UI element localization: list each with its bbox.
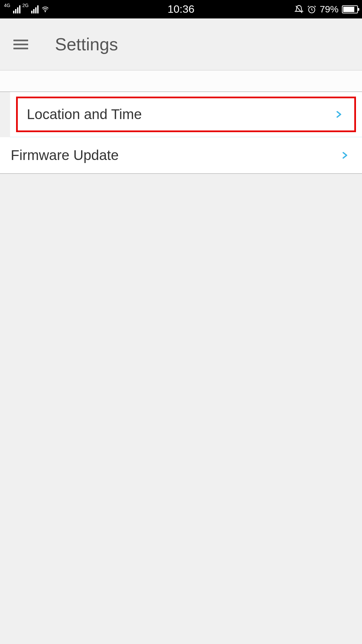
wifi-icon: [41, 6, 50, 13]
list-item-wrapper: Location and Time: [10, 92, 362, 137]
page-title: Settings: [55, 34, 118, 54]
alarm-icon: [307, 5, 316, 14]
svg-point-0: [45, 11, 46, 12]
app-header: Settings: [0, 18, 362, 70]
chevron-right-icon: [341, 151, 349, 159]
list-item-firmware-update[interactable]: Firmware Update: [0, 137, 362, 173]
signal-bars-icon: [31, 5, 39, 13]
list-item-label: Location and Time: [27, 106, 142, 122]
chevron-right-icon: [335, 110, 343, 118]
list-item-wrapper: Firmware Update: [0, 137, 362, 174]
bell-muted-icon: [294, 5, 304, 14]
status-right: 79%: [294, 4, 358, 15]
spacer: [0, 70, 362, 92]
content-area: Location and Time Firmware Update: [0, 70, 362, 174]
status-time: 10:36: [168, 3, 194, 15]
status-bar: 4G 2G 10:36 79%: [0, 0, 362, 18]
list-item-location-and-time[interactable]: Location and Time: [16, 97, 356, 132]
battery-icon: [342, 5, 358, 13]
hamburger-menu-icon[interactable]: [13, 40, 28, 49]
signal-4g-label: 4G: [4, 3, 10, 8]
signal-2g-label: 2G: [22, 3, 29, 8]
signal-bars-icon: [13, 5, 20, 13]
status-left: 4G 2G: [4, 5, 50, 13]
list-item-label: Firmware Update: [11, 147, 119, 163]
battery-percent: 79%: [320, 4, 339, 15]
